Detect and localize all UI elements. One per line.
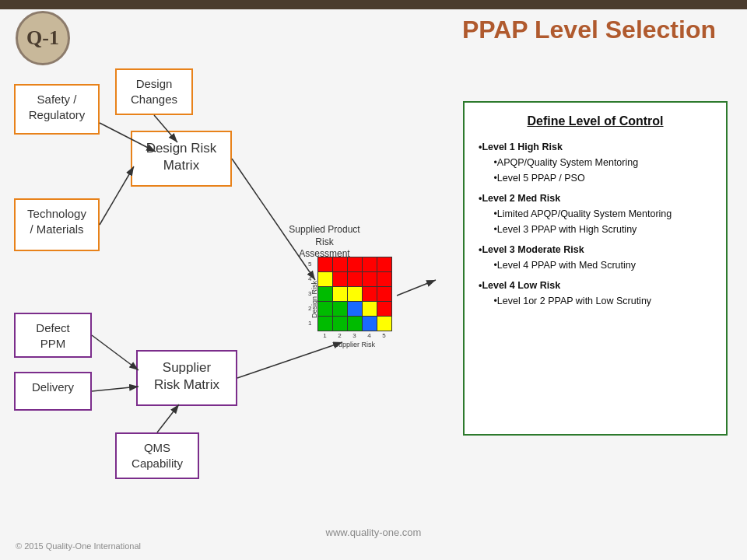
safety-regulatory-box: Safety /Regulatory [14,84,100,135]
svg-line-6 [92,335,139,370]
svg-line-7 [92,387,139,391]
risk-assessment-label: Supplied Product RiskAssessment [282,224,367,261]
header-bar [0,0,747,9]
svg-line-3 [100,166,134,225]
level2-heading: •Level 2 Med Risk [479,191,712,206]
footer-copyright: © 2015 Quality-One International [16,541,141,551]
y-axis-label: Design Risk [310,281,318,318]
footer-url: www.quality-one.com [0,527,747,538]
level3-heading: •Level 3 Moderate Risk [479,242,712,257]
control-box: Define Level of Control •Level 1 High Ri… [463,101,728,436]
logo: Q-1 [16,11,70,65]
defect-ppm-box: DefectPPM [14,313,92,358]
level2-sub2: •Level 3 PPAP with High Scrutiny [479,222,712,237]
svg-line-4 [232,159,315,280]
control-box-title: Define Level of Control [479,114,712,128]
design-changes-box: DesignChanges [115,68,193,115]
technology-materials-box: Technology/ Materials [14,198,100,251]
level4-sub1: •Level 1or 2 PPAP with Low Scrutiny [479,293,712,309]
control-box-content: •Level 1 High Risk •APQP/Quality System … [479,139,712,309]
level3-sub1: •Level 4 PPAP with Med Scrutiny [479,257,712,273]
supplier-risk-matrix-box: SupplierRisk Matrix [136,350,237,406]
level2-sub1: •Limited APQP/Quality System Mentoring [479,206,712,222]
design-risk-matrix-box: Design RiskMatrix [131,131,232,187]
svg-line-8 [157,404,179,432]
delivery-box: Delivery [14,372,92,411]
risk-matrix-grid [317,257,392,331]
x-axis-label: Supplier Risk [317,341,391,348]
risk-matrix: Design Risk 54321 [317,257,392,331]
qms-capability-box: QMSCapability [115,432,199,479]
svg-line-5 [397,280,436,296]
level1-sub2: •Level 5 PPAP / PSO [479,170,712,186]
level1-sub1: •APQP/Quality System Mentoring [479,155,712,170]
page-title: PPAP Level Selection [462,16,716,44]
logo-text: Q-1 [16,11,70,65]
level4-heading: •Level 4 Low Risk [479,278,712,293]
level1-heading: •Level 1 High Risk [479,139,712,155]
